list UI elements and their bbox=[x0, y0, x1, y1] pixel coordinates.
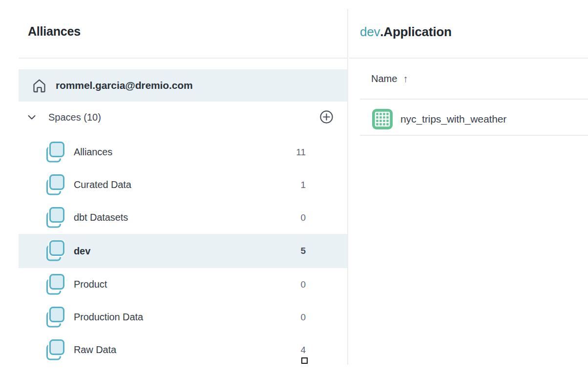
sidebar-space-item[interactable]: Curated Data 1 bbox=[19, 168, 348, 201]
space-dataset-count: 5 bbox=[300, 246, 306, 256]
space-name: dbt Datasets bbox=[74, 212, 128, 223]
space-icon bbox=[45, 240, 65, 262]
divider bbox=[349, 58, 588, 59]
space-name: Raw Data bbox=[74, 344, 116, 355]
spaces-sidebar: Alliances rommel.garcia@dremio.com Space… bbox=[0, 0, 348, 376]
table-icon bbox=[372, 108, 393, 130]
column-header-name[interactable]: Name ↑ bbox=[371, 73, 408, 84]
divider bbox=[360, 99, 588, 100]
space-name: dev bbox=[74, 246, 90, 257]
space-dataset-count: 0 bbox=[300, 312, 306, 323]
sidebar-space-item[interactable]: Alliances 11 bbox=[19, 136, 348, 168]
dataset-table-body: nyc_trips_with_weather bbox=[360, 104, 588, 136]
space-dataset-count: 4 bbox=[300, 345, 306, 355]
space-name: Alliances bbox=[74, 146, 112, 158]
space-dataset-count: 1 bbox=[300, 180, 306, 190]
sort-ascending-icon: ↑ bbox=[403, 73, 408, 84]
space-icon bbox=[45, 207, 65, 229]
spaces-list: Alliances 11 Curated Data 1 dbt Datasets… bbox=[19, 136, 348, 366]
space-dataset-count: 0 bbox=[300, 212, 306, 223]
space-icon bbox=[45, 174, 65, 196]
column-header-label: Name bbox=[371, 73, 397, 84]
sidebar-space-item[interactable]: Raw Data 4 bbox=[19, 334, 348, 366]
plus-circle-icon[interactable] bbox=[319, 110, 334, 124]
space-dataset-count: 11 bbox=[296, 147, 306, 158]
page-title: Alliances bbox=[28, 24, 81, 39]
space-dataset-count: 0 bbox=[300, 279, 306, 290]
space-name: Curated Data bbox=[74, 179, 131, 190]
dataset-row[interactable]: nyc_trips_with_weather bbox=[360, 104, 588, 136]
sidebar-space-item[interactable]: dev 5 bbox=[19, 234, 348, 268]
space-content-panel: dev.Application Name ↑ nyc_trips_with_we… bbox=[348, 0, 588, 376]
cursor-artifact bbox=[301, 357, 308, 364]
space-icon bbox=[45, 273, 65, 296]
space-name: Product bbox=[74, 279, 107, 290]
breadcrumb-folder-name: Application bbox=[383, 24, 451, 39]
sidebar-space-item[interactable]: Product 0 bbox=[19, 268, 348, 301]
chevron-down-icon[interactable] bbox=[26, 111, 38, 123]
space-icon bbox=[45, 306, 65, 329]
space-icon bbox=[45, 339, 65, 361]
sidebar-item-home[interactable]: rommel.garcia@dremio.com bbox=[19, 69, 348, 102]
space-icon bbox=[45, 141, 65, 164]
spaces-section-label: Spaces (10) bbox=[48, 112, 101, 123]
space-name: Production Data bbox=[74, 312, 143, 323]
divider bbox=[19, 58, 348, 59]
dremio-catalog-screen: Alliances rommel.garcia@dremio.com Space… bbox=[0, 0, 588, 376]
breadcrumb: dev.Application bbox=[360, 24, 452, 40]
spaces-section-header: Spaces (10) bbox=[19, 102, 348, 133]
breadcrumb-space-link[interactable]: dev bbox=[360, 24, 380, 39]
sidebar-space-item[interactable]: Production Data 0 bbox=[19, 301, 348, 334]
sidebar-space-item[interactable]: dbt Datasets 0 bbox=[19, 201, 348, 234]
dataset-name: nyc_trips_with_weather bbox=[400, 113, 506, 125]
user-home-label: rommel.garcia@dremio.com bbox=[56, 80, 193, 91]
home-icon bbox=[31, 78, 47, 94]
